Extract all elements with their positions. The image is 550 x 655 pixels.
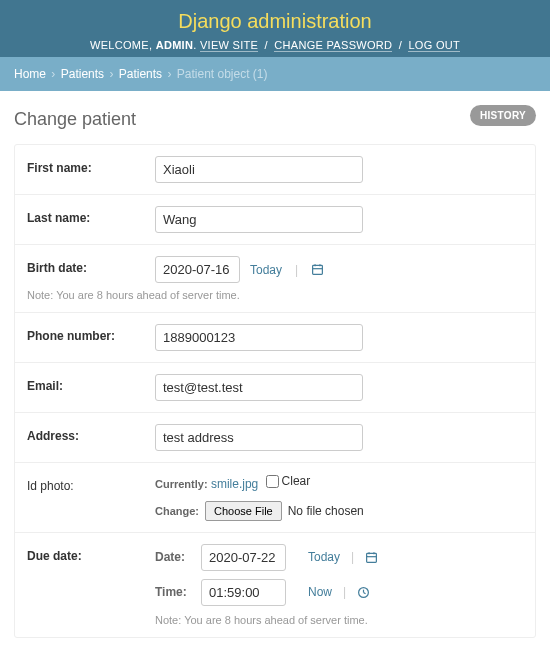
change-label: Change: <box>155 505 199 517</box>
current-file-link[interactable]: smile.jpg <box>211 477 258 491</box>
change-password-link[interactable]: CHANGE PASSWORD <box>274 39 392 52</box>
id-photo-label: Id photo: <box>27 474 155 493</box>
breadcrumbs: Home › Patients › Patients › Patient obj… <box>0 57 550 91</box>
due-date-label: Due date: <box>27 544 155 563</box>
svg-rect-4 <box>367 553 377 562</box>
due-time-now-link[interactable]: Now <box>308 585 332 599</box>
due-date-tz-note: Note: You are 8 hours ahead of server ti… <box>155 614 523 626</box>
svg-rect-0 <box>313 265 323 274</box>
page-title: Change patient <box>14 109 536 130</box>
phone-input[interactable] <box>155 324 363 351</box>
first-name-input[interactable] <box>155 156 363 183</box>
clear-checkbox[interactable] <box>266 475 279 488</box>
breadcrumb-home[interactable]: Home <box>14 67 46 81</box>
due-date-today-link[interactable]: Today <box>308 550 340 564</box>
email-input[interactable] <box>155 374 363 401</box>
clear-label: Clear <box>282 474 311 488</box>
logout-link[interactable]: LOG OUT <box>408 39 460 52</box>
last-name-input[interactable] <box>155 206 363 233</box>
due-time-input[interactable] <box>201 579 286 606</box>
calendar-icon[interactable] <box>365 551 378 564</box>
due-date-sub-label: Date: <box>155 550 193 564</box>
breadcrumb-model[interactable]: Patients <box>119 67 162 81</box>
currently-label: Currently: <box>155 478 208 490</box>
choose-file-button[interactable]: Choose File <box>205 501 282 521</box>
username: ADMIN <box>156 39 194 51</box>
first-name-label: First name: <box>27 156 155 175</box>
user-tools: WELCOME, ADMIN. VIEW SITE / CHANGE PASSW… <box>0 39 550 51</box>
due-date-input[interactable] <box>201 544 286 571</box>
site-title: Django administration <box>0 10 550 33</box>
svg-line-10 <box>364 592 366 593</box>
welcome-text: WELCOME, <box>90 39 152 51</box>
breadcrumb-object: Patient object (1) <box>177 67 268 81</box>
clock-icon[interactable] <box>357 586 370 599</box>
birth-date-label: Birth date: <box>27 256 155 275</box>
phone-label: Phone number: <box>27 324 155 343</box>
birth-date-input[interactable] <box>155 256 240 283</box>
birth-date-tz-note: Note: You are 8 hours ahead of server ti… <box>27 289 523 301</box>
breadcrumb-app[interactable]: Patients <box>61 67 104 81</box>
view-site-link[interactable]: VIEW SITE <box>200 39 258 52</box>
form-module: First name: Last name: Birth date: Today… <box>14 144 536 638</box>
address-label: Address: <box>27 424 155 443</box>
last-name-label: Last name: <box>27 206 155 225</box>
calendar-icon[interactable] <box>311 263 324 276</box>
due-time-sub-label: Time: <box>155 585 193 599</box>
birth-date-today-link[interactable]: Today <box>250 263 282 277</box>
admin-header: Django administration WELCOME, ADMIN. VI… <box>0 0 550 57</box>
no-file-text: No file chosen <box>288 504 364 518</box>
address-input[interactable] <box>155 424 363 451</box>
email-label: Email: <box>27 374 155 393</box>
